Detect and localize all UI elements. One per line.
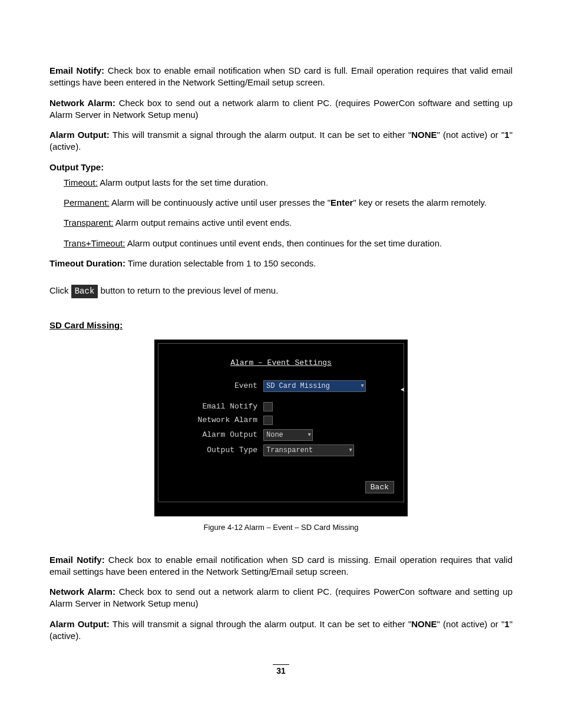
text: button to return to the previous level o… — [98, 285, 278, 295]
label-trans-timeout: Trans+Timeout: — [64, 238, 125, 248]
row-event: Event SD Card Missing ▼ — [169, 380, 393, 392]
text: Check box to enable email notification w… — [49, 555, 513, 577]
label-output-type: Output Type — [169, 445, 263, 456]
value-one: 1 — [504, 619, 509, 629]
select-output-type[interactable]: Transparent ▼ — [263, 444, 354, 456]
figure-caption: Figure 4-12 Alarm – Event – SD Card Miss… — [49, 522, 513, 533]
page-number: 31 — [49, 666, 513, 677]
option-permanent: Permanent: Alarm will be continuously ac… — [49, 197, 513, 209]
back-button-label: Back — [371, 483, 389, 492]
text: Check box to send out a network alarm to… — [49, 98, 513, 120]
select-alarm-output[interactable]: None ▼ — [263, 429, 313, 441]
label-timeout-duration: Timeout Duration: — [49, 258, 125, 268]
select-event-value: SD Card Missing — [266, 381, 330, 391]
text: Check box to send out a network alarm to… — [49, 587, 513, 608]
text: This will transmit a signal through the … — [110, 619, 411, 629]
row-email-notify: Email Notify — [169, 401, 393, 412]
back-button[interactable]: Back — [365, 481, 394, 494]
label-email-notify: Email Notify: — [49, 65, 104, 75]
paragraph-timeout-duration: Timeout Duration: Time duration selectab… — [49, 258, 513, 269]
label-event: Event — [169, 381, 263, 391]
row-alarm-output: Alarm Output None ▼ — [169, 429, 393, 441]
cursor-icon: ➤ — [400, 385, 405, 396]
value-one: 1 — [504, 130, 509, 140]
panel-footer — [158, 502, 404, 510]
page-number-value: 31 — [273, 664, 289, 676]
text: " (not active) or " — [437, 130, 505, 140]
label-alarm-output: Alarm Output — [169, 430, 263, 440]
text: Alarm output remains active until event … — [114, 218, 292, 228]
text: " key or resets the alarm remotely. — [353, 197, 487, 207]
section-heading-sd-card-missing: SD Card Missing: — [49, 319, 513, 331]
row-network-alarm: Network Alarm — [169, 415, 393, 426]
select-event[interactable]: SD Card Missing ▼ — [263, 380, 366, 392]
paragraph-email-notify-1: Email Notify: Check box to enable email … — [49, 65, 513, 89]
label-network-alarm: Network Alarm: — [49, 587, 115, 597]
text: Alarm will be continuously active until … — [110, 197, 331, 207]
panel-title: Alarm – Event Settings — [169, 358, 393, 368]
label-transparent: Transparent: — [64, 218, 114, 228]
label-permanent: Permanent: — [64, 197, 110, 207]
chevron-down-icon: ▼ — [361, 383, 364, 390]
label-network-alarm: Network Alarm: — [49, 98, 115, 108]
back-button-inline: Back — [71, 285, 98, 298]
event-settings-body: Alarm – Event Settings Event SD Card Mis… — [158, 343, 404, 502]
text: This will transmit a signal through the … — [110, 130, 411, 140]
paragraph-output-type: Output Type: — [49, 162, 513, 173]
label-output-type: Output Type: — [49, 162, 104, 172]
option-transparent: Transparent: Alarm output remains active… — [49, 217, 513, 229]
select-alarm-output-value: None — [266, 430, 283, 440]
document-page: Email Notify: Check box to enable email … — [0, 0, 562, 700]
option-trans-timeout: Trans+Timeout: Alarm output continues un… — [49, 238, 513, 249]
key-enter: Enter — [330, 197, 353, 207]
paragraph-click-back: Click Back button to return to the previ… — [49, 285, 513, 298]
label-email-notify: Email Notify: — [49, 555, 105, 565]
paragraph-alarm-output-2: Alarm Output: This will transmit a signa… — [49, 618, 513, 643]
option-timeout: Timeout: Alarm output lasts for the set … — [49, 177, 513, 189]
paragraph-email-notify-2: Email Notify: Check box to enable email … — [49, 554, 513, 578]
paragraph-alarm-output-1: Alarm Output: This will transmit a signa… — [49, 129, 513, 153]
checkbox-email-notify[interactable] — [263, 402, 273, 411]
value-none: NONE — [411, 619, 437, 629]
checkbox-network-alarm[interactable] — [263, 416, 273, 425]
text: Alarm output lasts for the set time dura… — [98, 177, 268, 187]
text: Click — [49, 285, 71, 295]
value-none: NONE — [411, 130, 437, 140]
event-settings-panel: Alarm – Event Settings Event SD Card Mis… — [154, 340, 408, 516]
row-output-type: Output Type Transparent ▼ — [169, 444, 393, 456]
label-alarm-output: Alarm Output: — [49, 619, 110, 629]
label-email-notify: Email Notify — [169, 401, 263, 412]
text: Time duration selectable from 1 to 150 s… — [125, 258, 316, 268]
label-timeout: Timeout: — [64, 177, 98, 187]
label-alarm-output: Alarm Output: — [49, 130, 110, 140]
select-output-type-value: Transparent — [266, 446, 313, 455]
text: " (not active) or " — [437, 619, 505, 629]
label-network-alarm: Network Alarm — [169, 415, 263, 426]
chevron-down-icon: ▼ — [308, 431, 311, 439]
text: Check box to enable email notification w… — [49, 65, 513, 87]
text: Alarm output continues until event ends,… — [125, 238, 442, 248]
chevron-down-icon: ▼ — [349, 447, 352, 454]
paragraph-network-alarm-1: Network Alarm: Check box to send out a n… — [49, 97, 513, 121]
paragraph-network-alarm-2: Network Alarm: Check box to send out a n… — [49, 586, 513, 610]
